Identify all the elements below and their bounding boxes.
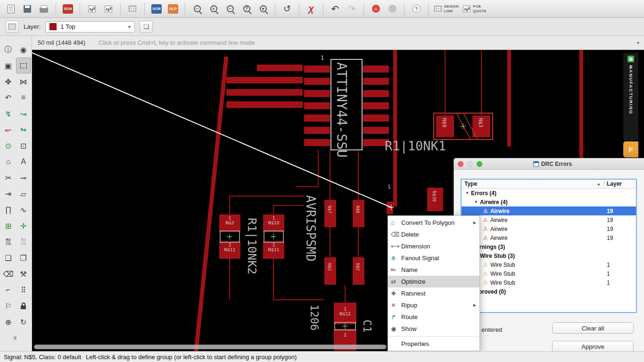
grid-button[interactable] bbox=[6, 21, 19, 33]
tree-group-approved[interactable]: ▶Approved (0) bbox=[462, 287, 636, 296]
text-tool[interactable]: A bbox=[16, 154, 31, 170]
drc-titlebar[interactable]: DRC Errors bbox=[454, 158, 644, 170]
copy-tool[interactable]: ❏ bbox=[1, 250, 16, 266]
display-layers-tool[interactable]: ▣ bbox=[1, 58, 16, 74]
value-tool[interactable]: R210k bbox=[16, 234, 31, 250]
column-header-type[interactable]: Type▲ bbox=[462, 180, 604, 188]
via-tool[interactable]: ⊙ bbox=[1, 138, 16, 154]
horizontal-scrollbar[interactable] bbox=[34, 345, 387, 349]
route-tool[interactable]: ↯ bbox=[1, 106, 16, 122]
layer-settings-button[interactable]: ❏ bbox=[140, 21, 153, 33]
error-icon: ⚠ bbox=[483, 235, 488, 240]
schematic-button[interactable]: SCH bbox=[62, 3, 74, 15]
approve-button[interactable]: Approve bbox=[552, 341, 634, 352]
design-link-button[interactable]: DESIGNLINK bbox=[434, 4, 459, 13]
group-select-tool[interactable] bbox=[16, 58, 31, 74]
zoom-out-button[interactable]: − bbox=[191, 3, 203, 15]
print-button[interactable] bbox=[38, 3, 50, 15]
align-tool[interactable]: ≡ bbox=[16, 90, 31, 106]
tree-group-airwire[interactable]: ▼Airwire (4) bbox=[462, 197, 636, 206]
open-file-button[interactable] bbox=[5, 3, 17, 15]
array-tool[interactable]: ⊞ bbox=[1, 218, 16, 234]
info-tool[interactable]: ⓘ bbox=[1, 41, 16, 58]
rotate-tool[interactable]: ↶ bbox=[1, 90, 16, 106]
tree-group-wire-stub[interactable]: ▼Wire Stub (3) bbox=[462, 251, 636, 260]
rect-tool[interactable]: ▱ bbox=[16, 186, 31, 202]
drc-warning-row[interactable]: ⚠Wire Stub1 bbox=[462, 269, 636, 278]
tree-group-errors[interactable]: ▼Errors (4) bbox=[462, 189, 636, 197]
drc-error-row[interactable]: ⚠Airwire19 bbox=[462, 233, 636, 242]
meander-tool[interactable]: ∏ bbox=[1, 202, 16, 218]
tree-group-warnings[interactable]: ▼Warnings (3) bbox=[462, 242, 636, 251]
board-preview-button[interactable] bbox=[102, 3, 115, 15]
drc-error-row[interactable]: ⚠Airwire19 bbox=[462, 206, 636, 215]
fanout-tool[interactable]: ✛ bbox=[16, 218, 31, 234]
dots-array-tool[interactable]: ⠿ bbox=[16, 282, 31, 298]
miter-tool[interactable]: ⊸ bbox=[16, 170, 31, 186]
redraw-button[interactable]: ↺ bbox=[281, 3, 293, 15]
menu-item-optimize[interactable]: ⇄Optimize bbox=[388, 276, 479, 288]
menu-item-show[interactable]: ◉Show bbox=[388, 323, 479, 335]
zoom-in-button[interactable]: + bbox=[207, 3, 220, 15]
zoom-menu-button[interactable]: ▾ bbox=[257, 3, 269, 15]
command-line-input[interactable]: Click or press Cmd+L key to activate com… bbox=[92, 39, 632, 46]
name-tool[interactable]: R210k bbox=[1, 234, 16, 250]
script-button[interactable]: SCR bbox=[150, 3, 163, 15]
drc-warning-row[interactable]: ⚠Wire Stub1 bbox=[462, 260, 636, 269]
paste-tool[interactable]: ❐ bbox=[16, 250, 31, 266]
menu-item-ratsnest[interactable]: ❖Ratsnest bbox=[388, 288, 479, 299]
menu-item-route[interactable]: ↱Route bbox=[388, 311, 479, 323]
clear-all-button[interactable]: Clear all bbox=[552, 322, 634, 334]
signal-tool[interactable]: ∿ bbox=[16, 202, 31, 218]
menu-item-name[interactable]: R2Name bbox=[388, 264, 479, 276]
column-header-layer[interactable]: Layer bbox=[604, 180, 636, 188]
more-tools-button[interactable]: » bbox=[8, 323, 24, 353]
hook-tool[interactable]: ⌐ bbox=[1, 282, 16, 298]
menu-item-convert-to-polygon[interactable]: ⌂Convert To Polygon▶ bbox=[388, 217, 479, 229]
drc-error-row[interactable]: ⚠Airwire19 bbox=[462, 224, 636, 233]
meander-route-tool[interactable]: ↬ bbox=[16, 122, 31, 138]
show-tool[interactable]: ◉ bbox=[16, 41, 31, 58]
undo-button[interactable]: ↶ bbox=[329, 3, 341, 15]
disclosure-triangle-icon[interactable]: ▼ bbox=[474, 200, 480, 204]
polygon-tool[interactable]: ⌂ bbox=[1, 154, 16, 170]
cam-processor-button[interactable] bbox=[86, 3, 98, 15]
zoom-select-button[interactable]: ? bbox=[240, 3, 253, 15]
menu-item-ripup[interactable]: ✕Ripup▶ bbox=[388, 299, 479, 311]
zoom-fit-button[interactable]: − bbox=[224, 3, 236, 15]
grid-settings-button[interactable] bbox=[126, 3, 139, 15]
name-icon: R2 bbox=[391, 268, 401, 272]
disclosure-triangle-icon[interactable]: ▼ bbox=[465, 191, 471, 195]
mirror-tool[interactable]: ⋈ bbox=[16, 74, 31, 90]
jump-tool[interactable]: ⇥ bbox=[1, 186, 16, 202]
pcb-quote-button[interactable]: PCBQUOTE bbox=[463, 4, 487, 13]
ripup-tool[interactable]: ↜ bbox=[1, 122, 16, 138]
redo-button[interactable]: ↷ bbox=[346, 3, 358, 15]
split-tool[interactable]: ✂ bbox=[1, 170, 16, 186]
print-icon bbox=[40, 8, 48, 13]
drc-warning-row[interactable]: ⚠Wire Stub1 bbox=[462, 278, 636, 287]
save-button[interactable] bbox=[21, 3, 33, 15]
menu-item-properties[interactable]: Properties bbox=[388, 338, 479, 350]
menu-item-fanout-signal[interactable]: ⋔Fanout Signal bbox=[388, 252, 479, 264]
drc-error-row[interactable]: ⚠Airwire19 bbox=[462, 215, 636, 224]
manufacturing-tab[interactable]: ▦ MANUFACTURING bbox=[623, 53, 638, 140]
mirror-x-button[interactable]: χ bbox=[305, 3, 317, 15]
ulp-button[interactable]: ULP bbox=[167, 3, 179, 15]
pad-tool[interactable]: ⊡ bbox=[16, 138, 31, 154]
lock-tool[interactable] bbox=[16, 298, 31, 314]
move-tool[interactable]: ✥ bbox=[1, 74, 16, 90]
help-button[interactable]: ? bbox=[410, 3, 422, 15]
menu-item-dimension[interactable]: ⟷Dimension bbox=[388, 240, 479, 252]
delete-tool[interactable]: ⌫ bbox=[1, 266, 16, 282]
go-button[interactable] bbox=[386, 3, 398, 15]
menu-item-delete[interactable]: ⌫Delete bbox=[388, 229, 479, 240]
stop-button[interactable]: – bbox=[370, 3, 382, 15]
route-curve-tool[interactable]: ↝ bbox=[16, 106, 31, 122]
tag-tool[interactable]: ⚐ bbox=[1, 298, 16, 314]
command-history-chevron-icon[interactable]: ▾ bbox=[632, 40, 644, 45]
layer-select[interactable]: 1 Top ▾ bbox=[45, 21, 135, 33]
wrench-tool[interactable]: ⚒ bbox=[16, 266, 31, 282]
fusion-tab[interactable]: F bbox=[623, 141, 638, 157]
drc-error-list[interactable]: Type▲ Layer ▼Errors (4) ▼Airwire (4) ⚠Ai… bbox=[461, 179, 637, 313]
